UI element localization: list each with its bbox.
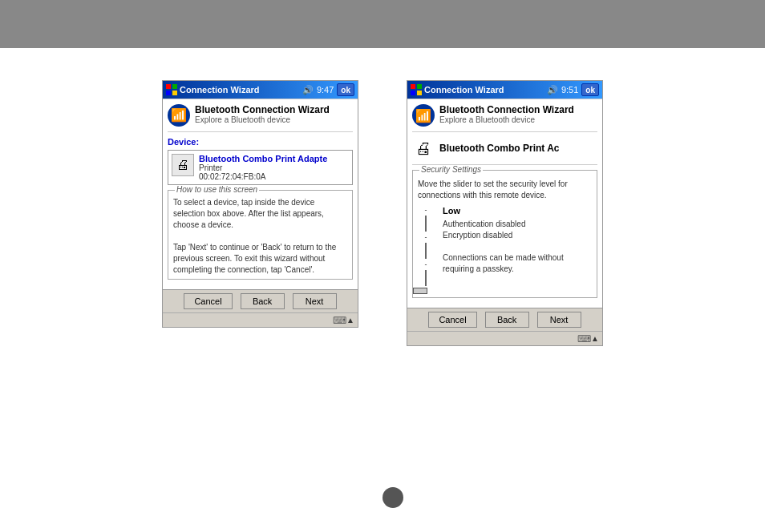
cancel-button-1[interactable]: Cancel xyxy=(184,293,232,309)
main-content: Connection Wizard 🔊 9:47 ok 📶 Bluetooth … xyxy=(0,48,765,346)
wizard-header-2: 📶 Bluetooth Connection Wizard Explore a … xyxy=(412,104,597,132)
svg-rect-4 xyxy=(411,84,415,89)
device-row-2: 🖨 Bluetooth Combo Print Ac xyxy=(412,137,597,165)
svg-rect-7 xyxy=(417,91,422,95)
scroll-up-2[interactable]: ▲ xyxy=(591,334,599,343)
how-to-section-1: How to use this screen To select a devic… xyxy=(168,190,353,280)
title-bar-text-1: Connection Wizard xyxy=(180,85,302,95)
tick-top: - xyxy=(425,206,427,214)
top-bar xyxy=(0,0,765,48)
title-bar-2: Connection Wizard 🔊 9:51 ok xyxy=(407,81,602,99)
svg-rect-5 xyxy=(417,84,422,89)
tick-mid: - xyxy=(425,233,427,241)
track-segment-2 xyxy=(425,243,427,259)
btn-row-1: Cancel Back Next xyxy=(163,289,358,312)
bottom-circle-indicator xyxy=(382,487,403,508)
title-bar-text-2: Connection Wizard xyxy=(424,85,547,95)
keyboard-icon-1: ⌨ xyxy=(333,315,346,326)
title-bar-right-2: 🔊 9:51 ok xyxy=(547,83,599,96)
device-mac-1: 00:02:72:04:FB:0A xyxy=(199,172,327,181)
device-type-1: Printer xyxy=(199,163,327,172)
window-body-1: 📶 Bluetooth Connection Wizard Explore a … xyxy=(163,99,358,289)
time-1: 9:47 xyxy=(317,85,334,95)
back-button-2[interactable]: Back xyxy=(485,312,529,328)
svg-rect-0 xyxy=(166,84,171,89)
next-button-2[interactable]: Next xyxy=(537,312,581,328)
printer-icon-2: 🖨 xyxy=(412,137,435,159)
security-section: Security Settings Move the slider to set… xyxy=(412,170,597,298)
next-button-1[interactable]: Next xyxy=(293,293,337,309)
taskbar-2: ⌨ ▲ xyxy=(407,331,602,345)
security-intro: Move the slider to set the security leve… xyxy=(418,179,592,201)
wizard-title-block-2: Bluetooth Connection Wizard Explore a Bl… xyxy=(439,104,574,124)
wizard-header-1: 📶 Bluetooth Connection Wizard Explore a … xyxy=(168,104,353,132)
security-detail-1: Authentication disabled Encryption disab… xyxy=(443,219,592,275)
device-info-1: Bluetooth Combo Print Adapte Printer 00:… xyxy=(199,154,327,181)
printer-icon-1: 🖨 xyxy=(172,154,194,176)
taskbar-1: ⌨ ▲ xyxy=(163,312,358,327)
cancel-button-2[interactable]: Cancel xyxy=(428,312,476,328)
security-level: Low xyxy=(443,206,592,216)
windows-logo-icon-2 xyxy=(411,84,422,95)
title-bar-1: Connection Wizard 🔊 9:47 ok xyxy=(163,81,358,99)
slider-thumb[interactable] xyxy=(413,288,427,294)
back-button-1[interactable]: Back xyxy=(241,293,285,309)
slider-container: - - - xyxy=(418,206,436,294)
svg-rect-1 xyxy=(172,84,177,89)
pda-window-2: Connection Wizard 🔊 9:51 ok 📶 Bluetooth … xyxy=(407,80,603,346)
wizard-subtitle-1: Explore a Bluetooth device xyxy=(195,115,330,124)
speaker-icon: 🔊 xyxy=(302,85,314,95)
title-bar-right-1: 🔊 9:47 ok xyxy=(302,83,354,96)
pda-window-1: Connection Wizard 🔊 9:47 ok 📶 Bluetooth … xyxy=(162,80,358,328)
how-to-text-1: To select a device, tap inside the devic… xyxy=(173,197,347,276)
keyboard-icon-2: ⌨ xyxy=(577,333,591,345)
ok-button-2[interactable]: ok xyxy=(581,83,599,96)
speaker-icon-2: 🔊 xyxy=(547,85,558,95)
scroll-up-1[interactable]: ▲ xyxy=(346,316,354,324)
wizard-title-2: Bluetooth Connection Wizard xyxy=(439,104,574,115)
btn-row-2: Cancel Back Next xyxy=(407,308,602,331)
track-segment-1 xyxy=(425,216,427,232)
device-name-2: Bluetooth Combo Print Ac xyxy=(439,143,560,154)
how-to-title-1: How to use this screen xyxy=(175,185,259,194)
window-body-2: 📶 Bluetooth Connection Wizard Explore a … xyxy=(407,99,602,308)
device-box-1[interactable]: 🖨 Bluetooth Combo Print Adapte Printer 0… xyxy=(168,150,353,185)
windows-logo-icon xyxy=(166,84,177,95)
wizard-subtitle-2: Explore a Bluetooth device xyxy=(439,115,574,124)
wizard-title-block-1: Bluetooth Connection Wizard Explore a Bl… xyxy=(195,104,330,124)
slider-track: - - - xyxy=(418,206,434,294)
tick-bot: - xyxy=(425,260,427,268)
svg-rect-6 xyxy=(411,91,415,95)
time-2: 9:51 xyxy=(561,85,578,95)
device-label-1: Device: xyxy=(168,137,353,147)
svg-rect-2 xyxy=(166,91,171,95)
svg-rect-3 xyxy=(172,91,177,95)
security-slider-area: - - - Low Authentication d xyxy=(418,206,592,294)
wizard-title-1: Bluetooth Connection Wizard xyxy=(195,104,330,115)
ok-button-1[interactable]: ok xyxy=(337,83,354,96)
track-segment-3 xyxy=(425,270,427,286)
security-label: Security Settings xyxy=(419,165,483,174)
bluetooth-icon-1: 📶 xyxy=(168,104,190,127)
bluetooth-icon-2: 📶 xyxy=(412,104,435,127)
device-name-1: Bluetooth Combo Print Adapte xyxy=(199,154,327,163)
security-info: Low Authentication disabled Encryption d… xyxy=(443,206,592,294)
